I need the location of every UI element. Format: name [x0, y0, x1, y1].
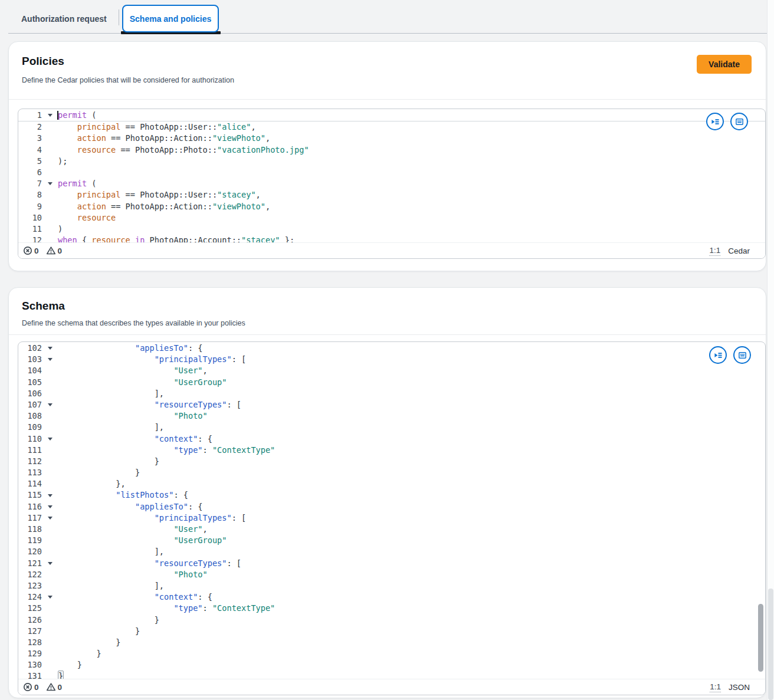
code-line-109[interactable]: 109 ],	[18, 422, 765, 433]
validate-button[interactable]: Validate	[697, 55, 752, 74]
line-number: 126	[18, 614, 45, 626]
code-line-103[interactable]: 103 "principalTypes": [	[18, 354, 765, 365]
code-text: "appliesTo": {	[56, 343, 765, 354]
code-line-112[interactable]: 112 }	[18, 456, 765, 467]
code-line-11[interactable]: 11)	[18, 224, 765, 235]
indent-format-button[interactable]	[706, 113, 724, 130]
fold-toggle-icon[interactable]	[45, 591, 56, 603]
policies-panel: Policies Define the Cedar policies that …	[8, 41, 766, 271]
code-line-104[interactable]: 104 "User",	[18, 365, 765, 376]
code-line-123[interactable]: 123 ],	[18, 580, 765, 591]
page-scrollbar-thumb[interactable]	[768, 589, 773, 700]
code-line-131[interactable]: 131}	[18, 671, 765, 679]
schema-code-editor[interactable]: 102 "appliesTo": {103 "principalTypes": …	[18, 341, 766, 695]
code-line-116[interactable]: 116 "appliesTo": {	[18, 501, 765, 512]
policies-code-editor[interactable]: 1permit (2 principal == PhotoApp::User::…	[18, 109, 766, 259]
code-line-119[interactable]: 119 "UserGroup"	[18, 535, 765, 546]
fold-toggle-icon[interactable]	[45, 178, 56, 189]
line-number: 7	[18, 178, 45, 189]
code-line-10[interactable]: 10 resource	[18, 212, 765, 224]
fold-gutter	[45, 388, 56, 399]
code-line-3[interactable]: 3 action == PhotoApp::Action::"viewPhoto…	[18, 133, 765, 144]
fold-toggle-icon[interactable]	[45, 110, 56, 121]
code-line-127[interactable]: 127 }	[18, 626, 765, 637]
code-line-122[interactable]: 122 "Photo"	[18, 569, 765, 580]
cursor-position[interactable]: 1:1	[709, 246, 720, 256]
code-line-117[interactable]: 117 "principalTypes": [	[18, 512, 765, 524]
code-line-125[interactable]: 125 "type": "ContextType"	[18, 603, 765, 614]
fold-gutter	[45, 648, 56, 659]
code-line-113[interactable]: 113 }	[18, 467, 765, 478]
policies-code-area[interactable]: 1permit (2 principal == PhotoApp::User::…	[18, 109, 765, 243]
code-line-105[interactable]: 105 "UserGroup"	[18, 377, 765, 388]
code-text: "context": {	[56, 591, 765, 603]
code-line-120[interactable]: 120 ],	[18, 546, 765, 557]
warning-triangle-icon	[46, 246, 56, 255]
error-circle-icon	[23, 246, 32, 255]
code-line-102[interactable]: 102 "appliesTo": {	[18, 343, 765, 354]
code-line-128[interactable]: 128 }	[18, 637, 765, 648]
code-line-110[interactable]: 110 "context": {	[18, 433, 765, 445]
fold-toggle-icon[interactable]	[45, 489, 56, 501]
keyboard-icon	[735, 117, 744, 126]
error-circle-icon	[23, 682, 32, 692]
fold-gutter	[45, 422, 56, 433]
fold-toggle-icon[interactable]	[45, 433, 56, 445]
fold-gutter	[45, 201, 56, 212]
code-line-2[interactable]: 2 principal == PhotoApp::User::"alice",	[18, 121, 765, 133]
code-line-4[interactable]: 4 resource == PhotoApp::Photo::"vacation…	[18, 144, 765, 156]
line-number: 125	[18, 603, 45, 614]
fold-toggle-icon[interactable]	[45, 558, 56, 569]
code-line-12[interactable]: 12when { resource in PhotoApp::Account::…	[18, 235, 765, 243]
fold-toggle-icon[interactable]	[45, 354, 56, 365]
code-text: action == PhotoApp::Action::"viewPhoto",	[56, 201, 765, 212]
code-line-106[interactable]: 106 ],	[18, 388, 765, 399]
fold-gutter	[45, 365, 56, 376]
code-line-107[interactable]: 107 "resourceTypes": [	[18, 399, 765, 410]
line-number: 12	[18, 235, 45, 243]
code-line-126[interactable]: 126 }	[18, 614, 765, 626]
fold-toggle-icon[interactable]	[45, 512, 56, 524]
fold-gutter	[45, 569, 56, 580]
code-line-108[interactable]: 108 "Photo"	[18, 410, 765, 422]
code-line-118[interactable]: 118 "User",	[18, 524, 765, 535]
indent-format-button[interactable]	[709, 346, 727, 364]
code-line-8[interactable]: 8 principal == PhotoApp::User::"stacey",	[18, 189, 765, 201]
code-line-121[interactable]: 121 "resourceTypes": [	[18, 558, 765, 569]
code-line-1[interactable]: 1permit (	[18, 110, 765, 121]
tab-schema-and-policies[interactable]: Schema and policies	[122, 5, 219, 32]
code-line-114[interactable]: 114 },	[18, 478, 765, 489]
code-line-6[interactable]: 6	[18, 167, 765, 178]
code-line-9[interactable]: 9 action == PhotoApp::Action::"viewPhoto…	[18, 201, 765, 212]
code-text: resource == PhotoApp::Photo::"vacationPh…	[56, 144, 765, 156]
code-line-111[interactable]: 111 "type": "ContextType"	[18, 445, 765, 456]
code-line-5[interactable]: 5);	[18, 156, 765, 167]
fold-toggle-icon[interactable]	[45, 501, 56, 512]
line-number: 102	[18, 343, 45, 354]
fold-toggle-icon[interactable]	[45, 399, 56, 410]
warning-count: 0	[58, 683, 63, 692]
line-number: 117	[18, 512, 45, 524]
cursor-position[interactable]: 1:1	[710, 682, 721, 692]
keyboard-shortcuts-button[interactable]	[730, 113, 748, 130]
code-text	[56, 167, 765, 178]
keyboard-shortcuts-button[interactable]	[733, 346, 751, 364]
line-number: 5	[18, 156, 45, 167]
page-scrollbar[interactable]	[767, 0, 774, 700]
tab-authorization-request[interactable]: Authorization request	[21, 14, 107, 24]
code-line-130[interactable]: 130 }	[18, 659, 765, 671]
line-number: 104	[18, 365, 45, 376]
schema-code-area[interactable]: 102 "appliesTo": {103 "principalTypes": …	[18, 342, 765, 679]
fold-toggle-icon[interactable]	[45, 343, 56, 354]
code-line-124[interactable]: 124 "context": {	[18, 591, 765, 603]
code-line-115[interactable]: 115 "listPhotos": {	[18, 489, 765, 501]
code-line-129[interactable]: 129 }	[18, 648, 765, 659]
code-text: )	[56, 224, 765, 235]
editor-scrollbar-thumb[interactable]	[758, 604, 763, 672]
code-line-7[interactable]: 7permit (	[18, 178, 765, 189]
line-number: 123	[18, 580, 45, 591]
line-number: 120	[18, 546, 45, 557]
fold-gutter	[45, 671, 56, 679]
fold-gutter	[45, 456, 56, 467]
policies-description: Define the Cedar policies that will be c…	[22, 76, 234, 84]
